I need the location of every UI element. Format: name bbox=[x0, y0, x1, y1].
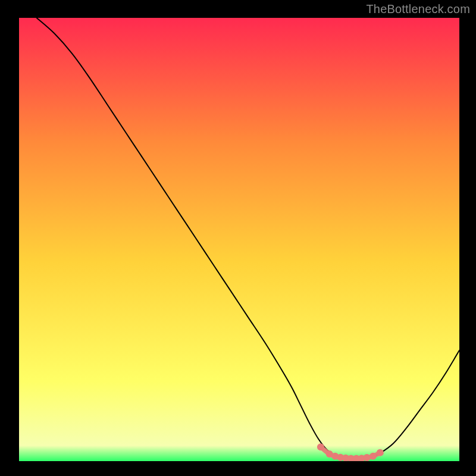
chart-plot bbox=[19, 18, 459, 461]
chart-container: TheBottleneck.com bbox=[0, 0, 476, 476]
trough-dot bbox=[377, 449, 384, 456]
trough-dot bbox=[369, 453, 377, 460]
trough-dot bbox=[364, 454, 371, 461]
trough-dot bbox=[317, 443, 324, 450]
gradient-background bbox=[19, 18, 459, 461]
watermark-text: TheBottleneck.com bbox=[366, 2, 470, 16]
